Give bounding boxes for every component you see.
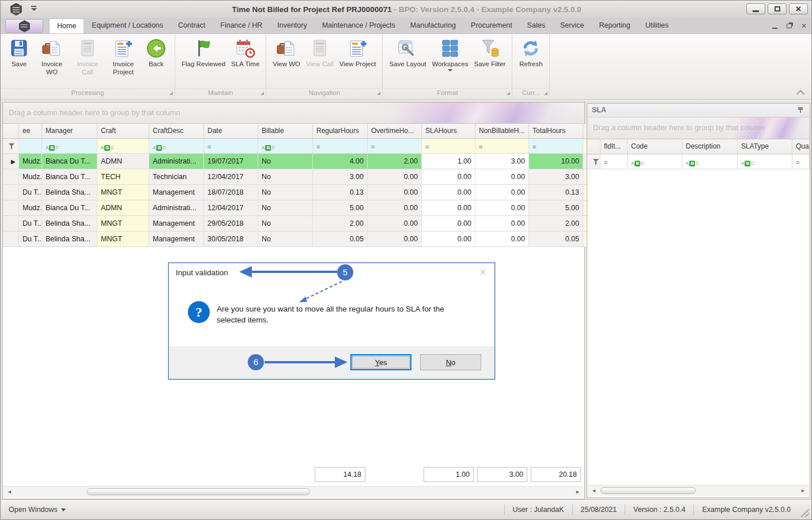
invoice-project-button[interactable]: Invoice Project xyxy=(105,37,141,78)
scroll-left-icon[interactable]: ◄ xyxy=(591,488,596,494)
filter-nonbillablehours[interactable]: = xyxy=(475,139,529,154)
column-header-nonbillablehours[interactable]: NonBillableH... xyxy=(475,124,529,139)
flag-reviewed-button[interactable]: Flag Reviewed xyxy=(179,37,228,69)
sla-horizontal-scrollbar[interactable]: ◄ ► xyxy=(588,485,809,496)
sla-time-button[interactable]: SLA Time xyxy=(228,37,262,69)
document-plus-icon xyxy=(114,39,133,58)
child-restore-icon[interactable] xyxy=(787,24,792,28)
tab-sales[interactable]: Sales xyxy=(520,18,553,33)
table-row[interactable]: Du T... Belinda Sha... MNGT Management 1… xyxy=(3,185,584,200)
table-row[interactable]: ▶ Mudz... Bianca Du T... ADMN Administra… xyxy=(3,154,584,169)
equals-filter-icon: = xyxy=(479,143,482,150)
filter-billable[interactable]: ABC xyxy=(258,139,313,154)
save-button[interactable]: Save xyxy=(4,37,34,69)
table-row[interactable]: Du T... Belinda Sha... MNGT Management 2… xyxy=(3,216,584,231)
no-button[interactable]: No xyxy=(420,354,481,370)
column-header-regularhours[interactable]: RegularHours xyxy=(313,124,368,139)
equals-filter-icon: = xyxy=(207,143,210,150)
group-by-band[interactable]: Drag a column header here to group by th… xyxy=(3,103,584,124)
tab-service[interactable]: Service xyxy=(553,18,592,33)
group-dialog-launcher-icon[interactable] xyxy=(260,92,264,95)
filter-craft[interactable]: ABC xyxy=(97,139,149,154)
filter-overtimehours[interactable]: = xyxy=(368,139,422,154)
filter-description[interactable]: ABC xyxy=(682,154,738,169)
column-header-employee[interactable]: ee xyxy=(19,124,42,139)
column-header-billable[interactable]: Billable xyxy=(258,124,313,139)
row-indicator-header xyxy=(3,124,19,139)
column-header-totalhours[interactable]: TotalHours xyxy=(529,124,583,139)
maximize-button[interactable] xyxy=(768,3,787,14)
invoice-call-button: Invoice Call xyxy=(70,37,105,78)
view-project-button[interactable]: View Project xyxy=(337,37,379,69)
scroll-right-icon[interactable]: ► xyxy=(800,488,806,494)
collapse-ribbon-icon[interactable] xyxy=(798,90,805,94)
group-dialog-launcher-icon[interactable] xyxy=(169,92,173,95)
filter-craftdesc[interactable]: ABC xyxy=(149,139,204,154)
filter-flditem[interactable]: = xyxy=(600,154,628,169)
tab-contract[interactable]: Contract xyxy=(171,18,213,33)
column-header-description[interactable]: Description xyxy=(682,139,738,154)
tab-utilities[interactable]: Utilities xyxy=(638,18,676,33)
scrollbar-thumb[interactable] xyxy=(86,488,310,495)
tab-home[interactable]: Home xyxy=(49,18,84,33)
column-header-craftdesc[interactable]: CraftDesc xyxy=(149,124,204,139)
tab-reporting[interactable]: Reporting xyxy=(592,18,638,33)
filter-date[interactable]: = xyxy=(204,139,258,154)
invoice-wo-button[interactable]: Invoice WO xyxy=(34,37,70,78)
equals-filter-icon: = xyxy=(316,143,319,150)
back-button[interactable]: Back xyxy=(141,37,171,69)
group-dialog-launcher-icon[interactable] xyxy=(507,92,510,95)
workspaces-button[interactable]: Workspaces xyxy=(429,37,471,73)
tab-procurement[interactable]: Procurement xyxy=(463,18,520,33)
column-header-code[interactable]: Code xyxy=(628,139,682,154)
column-header-quantity[interactable]: Qua... xyxy=(792,139,810,154)
column-header-manager[interactable]: Manager xyxy=(42,124,97,139)
filter-code[interactable]: ABC xyxy=(628,154,682,169)
filter-totalhours[interactable]: = xyxy=(529,139,583,154)
minimize-button[interactable] xyxy=(746,3,765,14)
scroll-left-icon[interactable]: ◄ xyxy=(7,489,12,495)
column-header-flditem[interactable]: fldIt... xyxy=(600,139,628,154)
view-wo-button[interactable]: View WO xyxy=(270,37,303,69)
tab-finance-hr[interactable]: Finance / HR xyxy=(213,18,270,33)
open-windows-button[interactable]: Open Windows xyxy=(9,506,66,514)
summary-totalhours: 20.18 xyxy=(531,467,581,482)
tab-equipment-locations[interactable]: Equipment / Locations xyxy=(84,18,171,33)
yes-button[interactable]: Yes xyxy=(350,354,411,370)
filter-regularhours[interactable]: = xyxy=(313,139,368,154)
column-header-overtimehours[interactable]: OvertimeHo... xyxy=(368,124,422,139)
filter-slahours[interactable]: = xyxy=(422,139,475,154)
column-header-slahours[interactable]: SLAHours xyxy=(422,124,475,139)
child-minimize-icon[interactable] xyxy=(772,23,777,29)
quick-access-caret-icon[interactable] xyxy=(31,6,37,13)
tab-manufacturing[interactable]: Manufacturing xyxy=(403,18,463,33)
filter-quantity[interactable]: = xyxy=(792,154,810,169)
close-button[interactable]: ✕ xyxy=(789,3,808,14)
column-header-slatype[interactable]: SLAType xyxy=(738,139,792,154)
sla-group-by-band[interactable]: Drag a column header here to group by th… xyxy=(587,117,810,139)
child-close-icon[interactable]: ✕ xyxy=(801,22,807,29)
pin-icon[interactable] xyxy=(797,107,804,113)
save-filter-button[interactable]: Save Filter xyxy=(471,37,508,69)
table-row[interactable]: Mudz... Bianca Du T... ADMN Administrati… xyxy=(3,200,584,216)
resize-grip-icon[interactable] xyxy=(801,509,809,517)
filter-slatype[interactable]: ABC xyxy=(738,154,792,169)
refresh-button[interactable]: Refresh xyxy=(516,37,546,69)
abc-filter-icon: ABC xyxy=(741,161,754,166)
filter-manager[interactable]: ABC xyxy=(42,139,97,154)
column-header-craft[interactable]: Craft xyxy=(97,124,149,139)
application-orb-button[interactable] xyxy=(5,19,43,33)
tab-inventory[interactable]: Inventory xyxy=(270,18,314,33)
dialog-close-icon[interactable]: ✕ xyxy=(479,267,486,278)
table-row[interactable]: Du T... Belinda Sha... MNGT Management 3… xyxy=(3,231,584,247)
column-header-date[interactable]: Date xyxy=(204,124,258,139)
table-row[interactable]: Mudz... Bianca Du T... TECH Technician 1… xyxy=(3,169,584,185)
filter-employee[interactable] xyxy=(19,139,42,154)
scroll-right-icon[interactable]: ► xyxy=(575,489,580,495)
tab-maintenance-projects[interactable]: Maintenance / Projects xyxy=(315,18,403,33)
grid-horizontal-scrollbar[interactable]: ◄ ► xyxy=(3,486,584,497)
group-dialog-launcher-icon[interactable] xyxy=(544,92,547,95)
save-layout-button[interactable]: Save Layout xyxy=(386,37,429,69)
group-dialog-launcher-icon[interactable] xyxy=(377,92,380,95)
scrollbar-thumb[interactable] xyxy=(600,487,696,494)
